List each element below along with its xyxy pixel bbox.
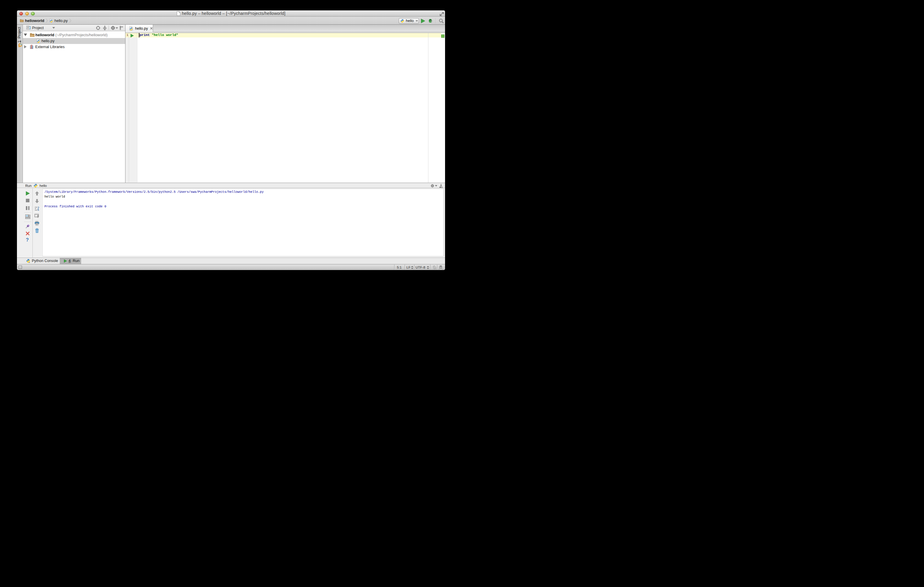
svg-text:T: T xyxy=(434,267,436,269)
